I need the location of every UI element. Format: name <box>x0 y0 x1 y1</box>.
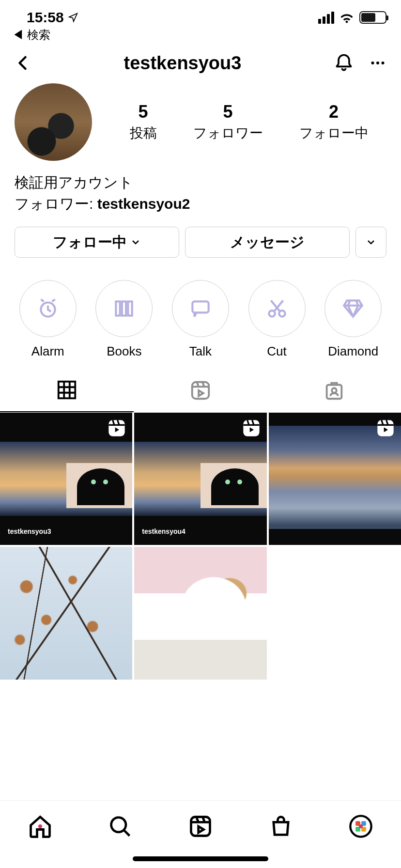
chevron-down-icon <box>130 236 141 248</box>
stat-followers-value: 5 <box>193 102 263 122</box>
reel-badge-icon <box>107 418 126 438</box>
bell-icon[interactable] <box>333 52 355 74</box>
status-bar: 15:58 <box>0 0 401 29</box>
chat-icon <box>188 296 213 321</box>
content-tabs <box>0 369 401 413</box>
notification-dot <box>38 824 42 828</box>
stat-posts[interactable]: 5 投稿 <box>130 102 157 142</box>
status-time: 15:58 <box>27 9 64 26</box>
profile-info-row: 5 投稿 5 フォロワー 2 フォロー中 <box>0 83 401 161</box>
location-icon <box>68 12 78 23</box>
post-thumbnail[interactable] <box>134 547 266 679</box>
highlight-label: Alarm <box>19 344 77 359</box>
svg-rect-16 <box>377 420 393 436</box>
alarm-icon <box>36 296 60 321</box>
stat-followers[interactable]: 5 フォロワー <box>193 102 263 142</box>
highlight-label: Cut <box>248 344 306 359</box>
tab-tagged[interactable] <box>267 369 401 412</box>
posts-grid: testkensyou3 testkensyou4 <box>0 413 401 680</box>
nav-home[interactable] <box>28 814 53 841</box>
search-icon <box>108 814 133 839</box>
reel-badge-icon <box>376 418 395 438</box>
highlight-books[interactable]: Books <box>95 280 153 359</box>
post-thumbnail[interactable]: testkensyou3 <box>0 413 132 545</box>
stat-posts-value: 5 <box>130 102 157 122</box>
back-icon[interactable] <box>15 54 32 72</box>
wifi-icon <box>339 12 355 23</box>
highlight-label: Diamond <box>324 344 382 359</box>
highlights-row: Alarm Books Talk Cut Diamond <box>0 265 401 369</box>
following-button[interactable]: フォロー中 <box>15 227 179 258</box>
books-icon <box>112 296 136 321</box>
signal-icon <box>318 12 334 24</box>
stat-following[interactable]: 2 フォロー中 <box>299 102 369 142</box>
highlight-cut[interactable]: Cut <box>248 280 306 359</box>
more-icon[interactable] <box>369 54 386 72</box>
post-caption: testkensyou3 <box>8 527 51 535</box>
tab-reels[interactable] <box>134 369 267 412</box>
reel-badge-icon <box>242 418 261 438</box>
svg-point-17 <box>111 817 126 832</box>
highlight-label: Books <box>95 344 153 359</box>
reels-icon <box>188 814 213 839</box>
post-thumbnail[interactable] <box>269 413 401 545</box>
svg-rect-14 <box>109 420 125 436</box>
nav-profile[interactable] <box>348 814 373 841</box>
profile-header: testkensyou3 <box>0 43 401 83</box>
followed-by[interactable]: フォロワー: testkensyou2 <box>15 194 386 214</box>
highlight-alarm[interactable]: Alarm <box>19 280 77 359</box>
bio: 検証用アカウント フォロワー: testkensyou2 <box>0 161 401 219</box>
svg-point-2 <box>382 62 385 64</box>
highlight-diamond[interactable]: Diamond <box>324 280 382 359</box>
nav-shop[interactable] <box>268 814 293 841</box>
post-caption: testkensyou4 <box>142 527 185 535</box>
action-row: フォロー中 メッセージ <box>0 219 401 265</box>
svg-rect-15 <box>243 420 259 436</box>
bio-line: 検証用アカウント <box>15 172 386 193</box>
shop-icon <box>268 814 293 839</box>
grid-icon <box>56 379 78 401</box>
battery-icon <box>359 11 386 24</box>
highlight-talk[interactable]: Talk <box>172 280 229 359</box>
svg-rect-7 <box>192 301 208 312</box>
post-thumbnail[interactable]: testkensyou4 <box>134 413 266 545</box>
svg-rect-6 <box>128 301 132 315</box>
svg-rect-4 <box>116 301 120 315</box>
tagged-icon <box>323 379 345 402</box>
message-button[interactable]: メッセージ <box>185 227 350 258</box>
stat-following-value: 2 <box>299 102 369 122</box>
svg-rect-11 <box>192 382 209 399</box>
svg-point-1 <box>376 62 379 64</box>
avatar[interactable] <box>15 83 92 161</box>
chevron-down-icon <box>365 236 377 248</box>
highlight-label: Talk <box>172 344 229 359</box>
notification-dot <box>359 824 363 828</box>
svg-point-0 <box>371 62 374 64</box>
stat-followers-label: フォロワー <box>193 124 263 142</box>
reels-icon <box>189 379 212 402</box>
svg-rect-5 <box>122 301 126 315</box>
svg-rect-10 <box>59 382 76 399</box>
tab-grid[interactable] <box>0 369 134 412</box>
stat-posts-label: 投稿 <box>130 124 157 142</box>
home-indicator[interactable] <box>133 856 268 861</box>
scissors-icon <box>265 296 289 321</box>
stat-following-label: フォロー中 <box>299 124 369 142</box>
svg-point-13 <box>332 388 337 393</box>
post-thumbnail[interactable] <box>0 547 132 679</box>
nav-search[interactable] <box>108 814 133 841</box>
username-title: testkensyou3 <box>32 53 333 74</box>
suggest-button[interactable] <box>355 227 386 258</box>
nav-reels[interactable] <box>188 814 213 841</box>
diamond-icon <box>341 296 365 321</box>
back-to-app[interactable]: ◀ 検索 <box>0 27 401 43</box>
